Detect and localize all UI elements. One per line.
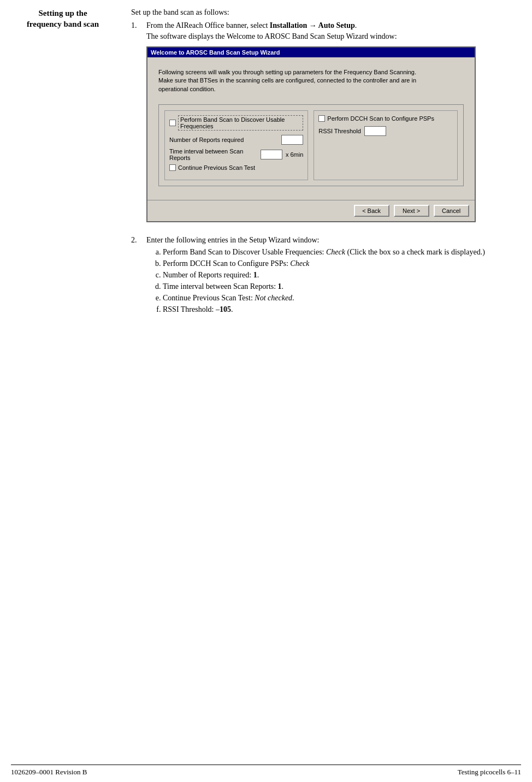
field-row-reports: Number of Reports required: [169, 135, 303, 145]
sub-step-c-text: Number of Reports required: 1.: [163, 271, 259, 279]
checkbox-continue-scan-label: Continue Previous Scan Test: [178, 164, 255, 171]
dialog-titlebar: Welcome to AROSC Band Scan Setup Wizard: [147, 48, 475, 57]
sub-step-c: Number of Reports required: 1.: [163, 271, 485, 280]
left-column: Setting up the frequency band scan: [11, 8, 126, 317]
alpha-list: Perform Band Scan to Discover Usable Fre…: [163, 248, 485, 314]
intro-text: Set up the band scan as follows:: [131, 8, 516, 17]
dialog-footer: < Back Next > Cancel: [147, 200, 475, 221]
sub-step-d: Time interval between Scan Reports: 1.: [163, 282, 485, 291]
checkbox-band-scan-label: Perform Band Scan to Discover Usable Fre…: [178, 115, 303, 131]
rssi-label: RSSI Threshold: [318, 128, 360, 134]
panel-right: Perform DCCH Scan to Configure PSPs RSSI…: [314, 110, 457, 180]
sub-step-a-text: Perform Band Scan to Discover Usable Fre…: [163, 248, 485, 256]
sub-step-e-text: Continue Previous Scan Test: Not checked…: [163, 294, 294, 302]
sub-step-f-text: RSSI Threshold: –105.: [163, 305, 233, 313]
panel-left: Perform Band Scan to Discover Usable Fre…: [164, 110, 308, 180]
content-area: Setting up the frequency band scan Set u…: [0, 3, 532, 322]
field-reports-input[interactable]: [281, 135, 303, 145]
field-interval-input[interactable]: [261, 150, 282, 159]
title-line1: Setting up the: [38, 9, 87, 17]
sub-step-b: Perform DCCH Scan to Configure PSPs: Che…: [163, 259, 485, 268]
checkbox-continue-scan[interactable]: [169, 164, 176, 171]
sub-step-d-text: Time interval between Scan Reports: 1.: [163, 282, 283, 291]
step-1-text-after: .: [355, 21, 357, 29]
checkbox-row-1: Perform Band Scan to Discover Usable Fre…: [169, 115, 303, 131]
checkbox-band-scan[interactable]: [169, 120, 176, 126]
page-footer: 1026209–0001 Revision B Testing picocell…: [11, 765, 521, 777]
dialog-window: Welcome to AROSC Band Scan Setup Wizard …: [146, 46, 476, 222]
sub-step-a: Perform Band Scan to Discover Usable Fre…: [163, 248, 485, 257]
page: Setting up the frequency band scan Set u…: [0, 3, 532, 782]
checkbox-row-dcch: Perform DCCH Scan to Configure PSPs: [318, 115, 452, 122]
title-line2: frequency band scan: [27, 20, 99, 28]
step-2: 2. Enter the following entries in the Se…: [131, 236, 516, 317]
dialog-panel: Perform Band Scan to Discover Usable Fre…: [158, 104, 464, 186]
next-button[interactable]: Next >: [394, 205, 429, 217]
cancel-button[interactable]: Cancel: [434, 205, 469, 217]
field-interval-label: Time interval between Scan Reports: [169, 148, 257, 161]
footer-page-info: Testing picocells 6–11: [458, 768, 521, 777]
section-title: Setting up the frequency band scan: [11, 8, 115, 29]
step-1: 1. From the AIReach Office banner, selec…: [131, 21, 516, 230]
checkbox-dcch[interactable]: [318, 115, 325, 122]
field-row-interval: Time interval between Scan Reports x 6mi…: [169, 148, 303, 161]
sub-step-f: RSSI Threshold: –105.: [163, 305, 485, 314]
field-reports-label: Number of Reports required: [169, 137, 278, 143]
footer-doc-number: 1026209–0001 Revision B: [11, 768, 87, 777]
right-column: Set up the band scan as follows: 1. From…: [126, 8, 516, 317]
step-1-text-before: From the AIReach Office banner, select: [146, 21, 270, 29]
back-button[interactable]: < Back: [354, 205, 389, 217]
step-2-number: 2.: [131, 236, 142, 317]
step-1-bold: Installation → Auto Setup: [270, 21, 355, 29]
sub-step-e: Continue Previous Scan Test: Not checked…: [163, 294, 485, 303]
step-2-intro: Enter the following entries in the Setup…: [146, 236, 485, 245]
dialog-title: Welcome to AROSC Band Scan Setup Wizard: [151, 49, 280, 56]
step-1-content: From the AIReach Office banner, select I…: [146, 21, 476, 230]
step-2-content: Enter the following entries in the Setup…: [146, 236, 485, 317]
step-1-followup: The software displays the Welcome to ARO…: [146, 32, 476, 41]
checkbox-dcch-label: Perform DCCH Scan to Configure PSPs: [327, 115, 434, 122]
sub-step-b-text: Perform DCCH Scan to Configure PSPs: Che…: [163, 259, 309, 268]
dialog-body: Following screens will walk you through …: [147, 57, 475, 200]
rssi-row: RSSI Threshold: [318, 126, 452, 136]
step-1-text: From the AIReach Office banner, select I…: [146, 21, 476, 30]
checkbox-row-2: Continue Previous Scan Test: [169, 164, 303, 171]
rssi-input[interactable]: [364, 126, 386, 136]
step-1-number: 1.: [131, 21, 142, 230]
field-interval-unit: x 6min: [286, 151, 303, 158]
dialog-description: Following screens will walk you through …: [158, 68, 464, 93]
